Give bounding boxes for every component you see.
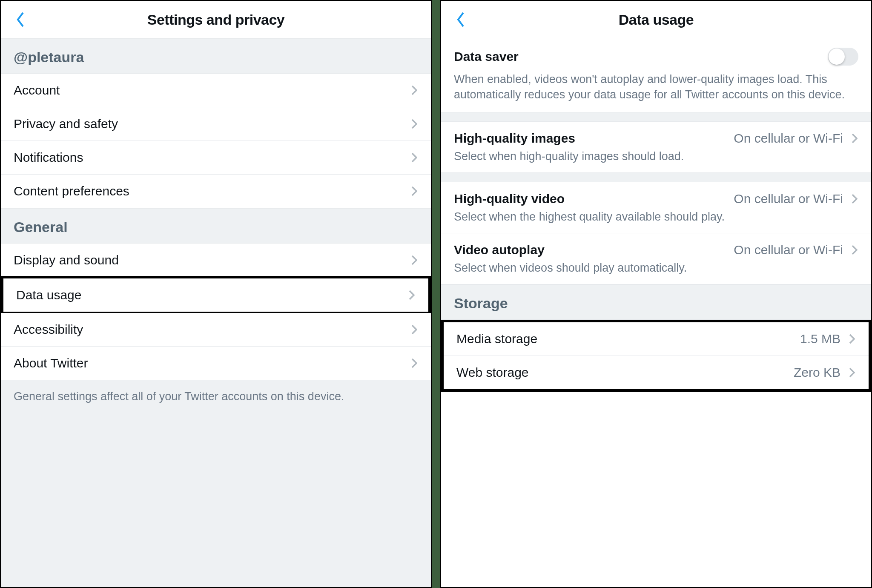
option-value: On cellular or Wi-Fi [734, 192, 843, 206]
option-description: Select when videos should play automatic… [441, 261, 871, 284]
row-about-twitter[interactable]: About Twitter [1, 347, 431, 380]
option-label: High-quality images [454, 131, 575, 146]
data-saver-toggle[interactable] [828, 48, 858, 66]
row-value: Zero KB [794, 365, 840, 380]
page-title: Data usage [619, 11, 694, 28]
row-content-preferences[interactable]: Content preferences [1, 175, 431, 208]
data-saver-row: Data saver [441, 38, 871, 70]
chevron-right-icon [410, 185, 418, 197]
row-web-storage[interactable]: Web storage Zero KB [444, 356, 869, 389]
row-high-quality-video[interactable]: High-quality video On cellular or Wi-Fi [441, 182, 871, 210]
chevron-right-icon [848, 333, 856, 345]
data-usage-pane: Data usage Data saver When enabled, vide… [440, 0, 872, 588]
highlight-storage: Media storage 1.5 MB Web storage Zero KB [441, 320, 871, 392]
option-label: High-quality video [454, 192, 565, 206]
row-label: Privacy and safety [14, 117, 118, 131]
row-label: Media storage [456, 332, 537, 346]
row-label: Account [14, 83, 60, 98]
row-data-usage[interactable]: Data usage [3, 278, 428, 312]
chevron-left-icon [456, 11, 466, 28]
row-label: Web storage [456, 365, 529, 380]
highlight-data-usage: Data usage [1, 276, 431, 314]
row-label: Accessibility [14, 322, 83, 337]
chevron-right-icon [410, 118, 418, 130]
row-label: About Twitter [14, 356, 88, 370]
chevron-right-icon [410, 254, 418, 266]
toggle-knob [829, 49, 845, 65]
option-value: On cellular or Wi-Fi [734, 243, 843, 257]
right-header: Data usage [441, 1, 871, 38]
row-accessibility[interactable]: Accessibility [1, 313, 431, 347]
chevron-right-icon [410, 357, 418, 369]
data-saver-label: Data saver [454, 49, 519, 64]
user-section-header: @pletaura [1, 38, 431, 74]
data-saver-description: When enabled, videos won't autoplay and … [441, 70, 871, 112]
general-footer-note: General settings affect all of your Twit… [1, 380, 431, 587]
row-privacy-and-safety[interactable]: Privacy and safety [1, 107, 431, 141]
row-video-autoplay[interactable]: Video autoplay On cellular or Wi-Fi [441, 233, 871, 261]
row-label: Content preferences [14, 184, 129, 198]
back-button[interactable] [11, 10, 30, 29]
general-section-header: General [1, 208, 431, 244]
row-label: Notifications [14, 150, 83, 165]
option-label: Video autoplay [454, 243, 545, 257]
option-description: Select when high-quality images should l… [441, 150, 871, 173]
chevron-right-icon [410, 152, 418, 163]
option-value: On cellular or Wi-Fi [734, 131, 843, 146]
row-value: 1.5 MB [800, 332, 840, 346]
row-label: Data usage [16, 288, 81, 302]
row-notifications[interactable]: Notifications [1, 141, 431, 175]
chevron-right-icon [851, 193, 858, 205]
section-gap [441, 112, 871, 122]
row-high-quality-images[interactable]: High-quality images On cellular or Wi-Fi [441, 122, 871, 150]
chevron-right-icon [851, 132, 858, 144]
back-button[interactable] [451, 10, 470, 29]
option-description: Select when the highest quality availabl… [441, 210, 871, 233]
chevron-right-icon [408, 289, 416, 301]
chevron-left-icon [15, 11, 26, 28]
storage-section-header: Storage [441, 284, 871, 320]
left-header: Settings and privacy [1, 1, 431, 38]
chevron-right-icon [848, 367, 856, 379]
page-title: Settings and privacy [147, 11, 285, 28]
row-label: Display and sound [14, 253, 119, 267]
chevron-right-icon [410, 84, 418, 96]
settings-pane: Settings and privacy @pletaura Account P… [0, 0, 432, 588]
row-media-storage[interactable]: Media storage 1.5 MB [444, 322, 869, 356]
section-gap [441, 173, 871, 182]
row-account[interactable]: Account [1, 74, 431, 107]
chevron-right-icon [410, 324, 418, 336]
chevron-right-icon [851, 244, 858, 256]
row-display-and-sound[interactable]: Display and sound [1, 244, 431, 277]
